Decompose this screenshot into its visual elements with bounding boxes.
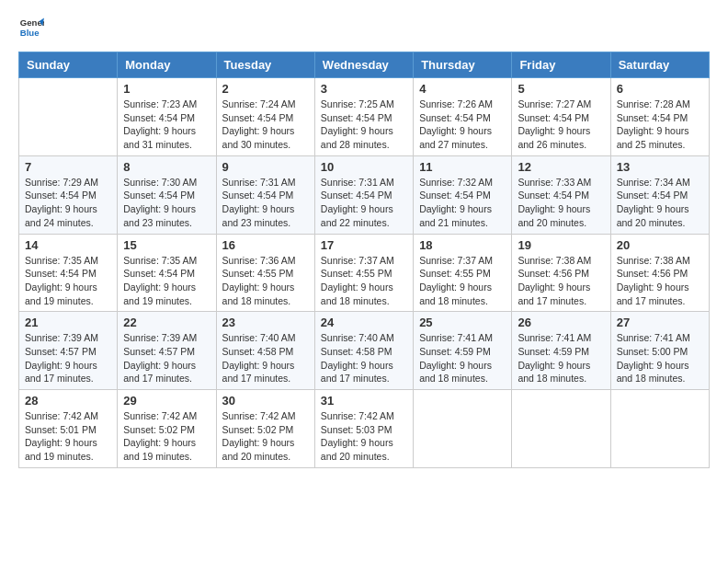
- calendar-cell: 6Sunrise: 7:28 AMSunset: 4:54 PMDaylight…: [610, 78, 709, 156]
- day-info: Sunrise: 7:34 AMSunset: 4:54 PMDaylight:…: [617, 176, 703, 230]
- day-number: 7: [25, 160, 111, 174]
- day-number: 19: [518, 238, 604, 252]
- logo: General Blue: [18, 15, 48, 40]
- calendar-cell: 10Sunrise: 7:31 AMSunset: 4:54 PMDayligh…: [314, 155, 413, 234]
- calendar-cell: 21Sunrise: 7:39 AMSunset: 4:57 PMDayligh…: [19, 312, 118, 390]
- day-info: Sunrise: 7:35 AMSunset: 4:54 PMDaylight:…: [25, 254, 111, 308]
- day-info: Sunrise: 7:38 AMSunset: 4:56 PMDaylight:…: [617, 254, 703, 308]
- day-number: 28: [25, 394, 111, 408]
- calendar-cell: 23Sunrise: 7:40 AMSunset: 4:58 PMDayligh…: [216, 312, 314, 390]
- calendar-cell: [512, 390, 610, 468]
- weekday-header: Sunday: [19, 52, 118, 78]
- day-info: Sunrise: 7:41 AMSunset: 4:59 PMDaylight:…: [419, 331, 506, 385]
- day-info: Sunrise: 7:30 AMSunset: 4:54 PMDaylight:…: [123, 176, 210, 230]
- calendar-cell: 5Sunrise: 7:27 AMSunset: 4:54 PMDaylight…: [512, 78, 610, 156]
- day-info: Sunrise: 7:24 AMSunset: 4:54 PMDaylight:…: [222, 98, 309, 152]
- calendar-cell: 29Sunrise: 7:42 AMSunset: 5:02 PMDayligh…: [118, 390, 216, 468]
- calendar-cell: 7Sunrise: 7:29 AMSunset: 4:54 PMDaylight…: [19, 155, 118, 234]
- calendar-cell: 13Sunrise: 7:34 AMSunset: 4:54 PMDayligh…: [610, 155, 709, 234]
- calendar-cell: 11Sunrise: 7:32 AMSunset: 4:54 PMDayligh…: [414, 155, 512, 234]
- calendar-cell: 31Sunrise: 7:42 AMSunset: 5:03 PMDayligh…: [314, 390, 413, 468]
- calendar-week-row: 1Sunrise: 7:23 AMSunset: 4:54 PMDaylight…: [19, 78, 710, 156]
- day-info: Sunrise: 7:41 AMSunset: 5:00 PMDaylight:…: [617, 331, 703, 385]
- calendar-cell: 3Sunrise: 7:25 AMSunset: 4:54 PMDaylight…: [314, 78, 413, 156]
- day-number: 16: [222, 238, 309, 252]
- day-number: 29: [123, 394, 210, 408]
- weekday-header: Friday: [512, 52, 610, 78]
- day-number: 24: [321, 316, 407, 329]
- day-number: 10: [321, 160, 407, 174]
- day-info: Sunrise: 7:42 AMSunset: 5:03 PMDaylight:…: [321, 409, 407, 464]
- calendar-cell: 1Sunrise: 7:23 AMSunset: 4:54 PMDaylight…: [118, 78, 216, 156]
- calendar-cell: [19, 78, 118, 156]
- day-number: 31: [321, 394, 407, 408]
- day-number: 11: [419, 160, 506, 174]
- calendar-cell: 8Sunrise: 7:30 AMSunset: 4:54 PMDaylight…: [118, 155, 216, 234]
- day-info: Sunrise: 7:36 AMSunset: 4:55 PMDaylight:…: [222, 254, 309, 308]
- day-info: Sunrise: 7:23 AMSunset: 4:54 PMDaylight:…: [123, 98, 210, 152]
- day-number: 13: [617, 160, 703, 174]
- day-info: Sunrise: 7:31 AMSunset: 4:54 PMDaylight:…: [222, 176, 309, 230]
- day-info: Sunrise: 7:40 AMSunset: 4:58 PMDaylight:…: [321, 331, 407, 385]
- calendar-cell: 25Sunrise: 7:41 AMSunset: 4:59 PMDayligh…: [414, 312, 512, 390]
- calendar-table: SundayMondayTuesdayWednesdayThursdayFrid…: [18, 52, 710, 468]
- day-number: 5: [518, 82, 604, 96]
- day-info: Sunrise: 7:40 AMSunset: 4:58 PMDaylight:…: [222, 331, 309, 385]
- day-info: Sunrise: 7:42 AMSunset: 5:02 PMDaylight:…: [222, 409, 309, 464]
- day-number: 14: [25, 238, 111, 252]
- day-info: Sunrise: 7:38 AMSunset: 4:56 PMDaylight:…: [518, 254, 604, 308]
- day-number: 18: [419, 238, 506, 252]
- day-info: Sunrise: 7:28 AMSunset: 4:54 PMDaylight:…: [617, 98, 703, 152]
- logo-icon: General Blue: [18, 15, 44, 40]
- calendar-cell: 28Sunrise: 7:42 AMSunset: 5:01 PMDayligh…: [19, 390, 118, 468]
- calendar-week-row: 14Sunrise: 7:35 AMSunset: 4:54 PMDayligh…: [19, 234, 710, 312]
- day-number: 9: [222, 160, 309, 174]
- day-number: 17: [321, 238, 407, 252]
- calendar-body: 1Sunrise: 7:23 AMSunset: 4:54 PMDaylight…: [19, 78, 710, 468]
- day-info: Sunrise: 7:42 AMSunset: 5:01 PMDaylight:…: [25, 409, 111, 464]
- header: General Blue: [18, 15, 710, 40]
- weekday-header: Monday: [118, 52, 216, 78]
- day-number: 27: [617, 316, 703, 329]
- day-number: 1: [123, 82, 210, 96]
- calendar-cell: 14Sunrise: 7:35 AMSunset: 4:54 PMDayligh…: [19, 234, 118, 312]
- day-info: Sunrise: 7:33 AMSunset: 4:54 PMDaylight:…: [518, 176, 604, 230]
- calendar-cell: [414, 390, 512, 468]
- day-number: 15: [123, 238, 210, 252]
- day-number: 21: [25, 316, 111, 329]
- calendar-cell: 18Sunrise: 7:37 AMSunset: 4:55 PMDayligh…: [414, 234, 512, 312]
- day-info: Sunrise: 7:42 AMSunset: 5:02 PMDaylight:…: [123, 409, 210, 464]
- calendar-cell: 30Sunrise: 7:42 AMSunset: 5:02 PMDayligh…: [216, 390, 314, 468]
- day-number: 6: [617, 82, 703, 96]
- calendar-week-row: 7Sunrise: 7:29 AMSunset: 4:54 PMDaylight…: [19, 155, 710, 234]
- calendar-cell: 4Sunrise: 7:26 AMSunset: 4:54 PMDaylight…: [414, 78, 512, 156]
- day-info: Sunrise: 7:37 AMSunset: 4:55 PMDaylight:…: [321, 254, 407, 308]
- day-info: Sunrise: 7:29 AMSunset: 4:54 PMDaylight:…: [25, 176, 111, 230]
- calendar-week-row: 21Sunrise: 7:39 AMSunset: 4:57 PMDayligh…: [19, 312, 710, 390]
- day-info: Sunrise: 7:25 AMSunset: 4:54 PMDaylight:…: [321, 98, 407, 152]
- calendar-cell: 27Sunrise: 7:41 AMSunset: 5:00 PMDayligh…: [610, 312, 709, 390]
- weekday-header: Thursday: [414, 52, 512, 78]
- day-number: 8: [123, 160, 210, 174]
- day-info: Sunrise: 7:39 AMSunset: 4:57 PMDaylight:…: [25, 331, 111, 385]
- day-number: 12: [518, 160, 604, 174]
- calendar-cell: 20Sunrise: 7:38 AMSunset: 4:56 PMDayligh…: [610, 234, 709, 312]
- calendar-cell: 16Sunrise: 7:36 AMSunset: 4:55 PMDayligh…: [216, 234, 314, 312]
- day-number: 20: [617, 238, 703, 252]
- calendar-header-row: SundayMondayTuesdayWednesdayThursdayFrid…: [19, 52, 710, 78]
- svg-text:Blue: Blue: [20, 28, 40, 38]
- day-info: Sunrise: 7:39 AMSunset: 4:57 PMDaylight:…: [123, 331, 210, 385]
- day-number: 22: [123, 316, 210, 329]
- calendar-cell: 19Sunrise: 7:38 AMSunset: 4:56 PMDayligh…: [512, 234, 610, 312]
- day-number: 3: [321, 82, 407, 96]
- calendar-cell: 9Sunrise: 7:31 AMSunset: 4:54 PMDaylight…: [216, 155, 314, 234]
- day-info: Sunrise: 7:41 AMSunset: 4:59 PMDaylight:…: [518, 331, 604, 385]
- day-info: Sunrise: 7:37 AMSunset: 4:55 PMDaylight:…: [419, 254, 506, 308]
- day-number: 25: [419, 316, 506, 329]
- weekday-header: Saturday: [610, 52, 709, 78]
- calendar-cell: 17Sunrise: 7:37 AMSunset: 4:55 PMDayligh…: [314, 234, 413, 312]
- day-info: Sunrise: 7:26 AMSunset: 4:54 PMDaylight:…: [419, 98, 506, 152]
- calendar-week-row: 28Sunrise: 7:42 AMSunset: 5:01 PMDayligh…: [19, 390, 710, 468]
- calendar-cell: 15Sunrise: 7:35 AMSunset: 4:54 PMDayligh…: [118, 234, 216, 312]
- calendar-cell: 26Sunrise: 7:41 AMSunset: 4:59 PMDayligh…: [512, 312, 610, 390]
